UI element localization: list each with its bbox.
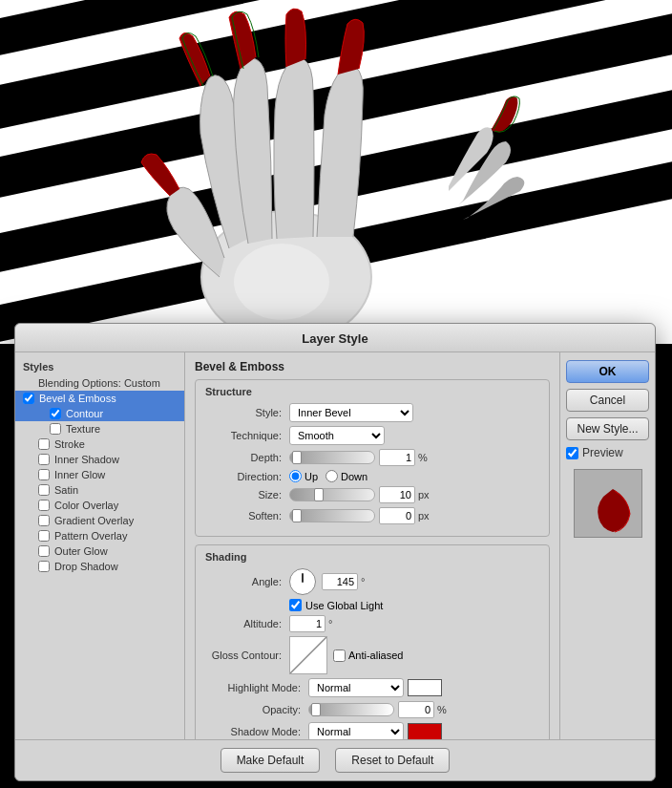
left-panel: Styles Blending Options: Custom Bevel & … xyxy=(15,352,185,739)
preview-label: Preview xyxy=(582,446,623,459)
depth-label: Depth: xyxy=(205,452,282,463)
soften-label: Soften: xyxy=(205,510,282,522)
blending-options-item[interactable]: Blending Options: Custom xyxy=(15,375,184,391)
reset-to-default-button[interactable]: Reset to Default xyxy=(335,748,450,773)
direction-label: Direction: xyxy=(205,471,282,482)
style-row: Style: Inner Bevel xyxy=(205,403,539,422)
direction-down-radio[interactable]: Down xyxy=(326,470,368,482)
altitude-label: Altitude: xyxy=(205,618,282,629)
gloss-contour-label: Gloss Contour: xyxy=(205,650,282,661)
anti-aliased-label[interactable]: Anti-aliased xyxy=(333,650,403,662)
outer-glow-checkbox[interactable] xyxy=(38,545,50,557)
gradient-overlay-checkbox[interactable] xyxy=(38,515,50,526)
main-section-title: Bevel & Emboss xyxy=(195,360,550,373)
style-label: Style: xyxy=(205,407,282,418)
anti-aliased-checkbox[interactable] xyxy=(333,650,346,662)
canvas-area xyxy=(0,0,672,344)
direction-up-radio[interactable]: Up xyxy=(289,470,318,482)
highlight-opacity-input[interactable] xyxy=(398,701,434,718)
sidebar-item-contour[interactable]: Contour xyxy=(15,406,184,421)
stroke-checkbox[interactable] xyxy=(38,438,50,450)
inner-shadow-checkbox[interactable] xyxy=(38,454,50,465)
sidebar-item-gradient-overlay[interactable]: Gradient Overlay xyxy=(15,513,184,528)
right-panel: OK Cancel New Style... Preview xyxy=(559,352,655,739)
structure-section: Structure Style: Inner Bevel Technique: … xyxy=(195,379,550,537)
global-light-label[interactable]: Use Global Light xyxy=(289,599,383,611)
svg-point-2 xyxy=(234,244,329,320)
cancel-button[interactable]: Cancel xyxy=(566,389,649,412)
highlight-mode-label: Highlight Mode: xyxy=(205,682,301,693)
highlight-opacity-slider[interactable] xyxy=(308,703,394,716)
sidebar-item-bevel-emboss[interactable]: Bevel & Emboss xyxy=(15,391,184,406)
sidebar-item-texture[interactable]: Texture xyxy=(15,421,184,437)
technique-row: Technique: Smooth xyxy=(205,426,539,445)
sidebar-item-inner-shadow[interactable]: Inner Shadow xyxy=(15,452,184,467)
highlight-mode-select[interactable]: Normal xyxy=(308,678,404,697)
depth-input[interactable] xyxy=(379,449,415,466)
bottom-bar: Make Default Reset to Default xyxy=(15,739,655,780)
global-light-checkbox[interactable] xyxy=(289,599,302,611)
sidebar-item-color-overlay[interactable]: Color Overlay xyxy=(15,498,184,513)
pattern-overlay-checkbox[interactable] xyxy=(38,530,50,542)
technique-label: Technique: xyxy=(205,430,282,441)
altitude-row: Altitude: ° xyxy=(205,615,539,632)
canvas-image xyxy=(95,0,525,344)
soften-slider[interactable] xyxy=(289,509,375,522)
size-thumb xyxy=(314,488,324,501)
size-label: Size: xyxy=(205,489,282,500)
dialog-title: Layer Style xyxy=(15,324,655,352)
sidebar-item-satin[interactable]: Satin xyxy=(15,482,184,498)
sidebar-item-stroke[interactable]: Stroke xyxy=(15,437,184,452)
depth-slider[interactable] xyxy=(289,451,375,464)
inner-glow-checkbox[interactable] xyxy=(38,469,50,480)
depth-row: Depth: % xyxy=(205,449,539,466)
technique-select[interactable]: Smooth xyxy=(289,426,385,445)
middle-panel: Bevel & Emboss Structure Style: Inner Be… xyxy=(185,352,559,739)
depth-unit: % xyxy=(418,452,428,463)
thumbnail-preview xyxy=(574,469,642,538)
styles-section-title: Styles xyxy=(15,358,184,375)
shadow-mode-select[interactable]: Normal xyxy=(308,722,404,739)
size-unit: px xyxy=(418,489,430,500)
preview-checkbox[interactable] xyxy=(566,447,578,459)
size-input[interactable] xyxy=(379,486,415,503)
highlight-mode-row: Highlight Mode: Normal xyxy=(205,678,539,697)
size-row: Size: px xyxy=(205,486,539,503)
soften-row: Soften: px xyxy=(205,507,539,524)
drop-shadow-checkbox[interactable] xyxy=(38,561,50,572)
altitude-input[interactable] xyxy=(289,615,326,632)
highlight-opacity-thumb xyxy=(311,703,321,716)
sidebar-item-outer-glow[interactable]: Outer Glow xyxy=(15,543,184,559)
structure-title: Structure xyxy=(205,386,539,397)
soften-thumb xyxy=(292,509,302,522)
satin-checkbox[interactable] xyxy=(38,484,50,496)
soften-input[interactable] xyxy=(379,507,415,524)
angle-row: Angle: ° xyxy=(205,568,539,595)
bevel-emboss-checkbox[interactable] xyxy=(23,393,34,404)
shadow-color-swatch[interactable] xyxy=(408,723,442,739)
style-select[interactable]: Inner Bevel xyxy=(289,403,413,422)
direction-row: Direction: Up Down xyxy=(205,470,539,482)
shading-title: Shading xyxy=(205,551,539,563)
contour-checkbox[interactable] xyxy=(50,408,61,419)
color-overlay-checkbox[interactable] xyxy=(38,500,50,511)
sidebar-item-drop-shadow[interactable]: Drop Shadow xyxy=(15,559,184,574)
shadow-mode-row: Shadow Mode: Normal xyxy=(205,722,539,739)
angle-widget[interactable] xyxy=(289,568,316,595)
shading-section: Shading Angle: ° Use Global Light xyxy=(195,544,550,739)
texture-checkbox[interactable] xyxy=(50,423,61,435)
sidebar-item-inner-glow[interactable]: Inner Glow xyxy=(15,467,184,482)
highlight-color-swatch[interactable] xyxy=(408,679,442,696)
shadow-mode-label: Shadow Mode: xyxy=(205,726,301,737)
global-light-row: Use Global Light xyxy=(289,599,539,611)
make-default-button[interactable]: Make Default xyxy=(220,748,321,773)
ok-button[interactable]: OK xyxy=(566,360,649,383)
direction-radio-group: Up Down xyxy=(289,470,368,482)
angle-input[interactable] xyxy=(322,573,358,590)
depth-thumb xyxy=(292,451,302,464)
sidebar-item-pattern-overlay[interactable]: Pattern Overlay xyxy=(15,528,184,543)
contour-preview[interactable] xyxy=(289,636,327,674)
size-slider[interactable] xyxy=(289,488,375,501)
layer-style-dialog: Layer Style Styles Blending Options: Cus… xyxy=(14,323,656,781)
new-style-button[interactable]: New Style... xyxy=(566,417,649,440)
